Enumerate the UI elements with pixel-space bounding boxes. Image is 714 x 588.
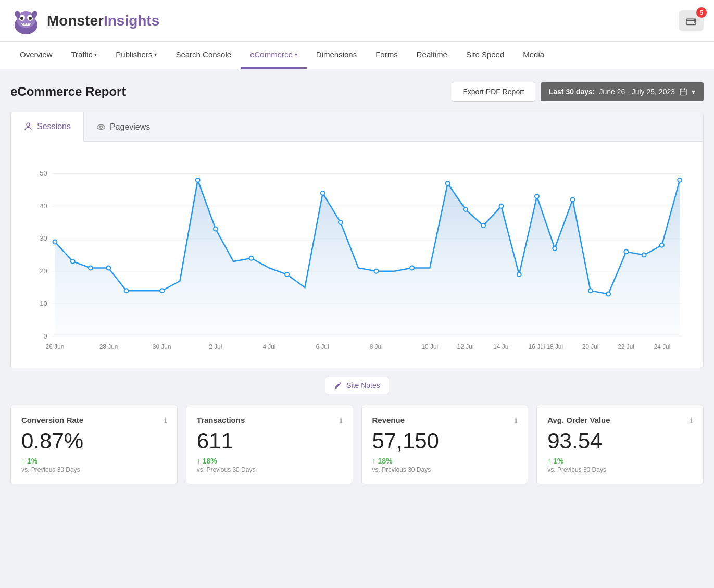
chart-card: Sessions Pageviews 50 [10, 112, 704, 368]
chart-point [374, 269, 379, 273]
nav-item-publishers[interactable]: Publishers ▾ [106, 42, 166, 69]
svg-text:20 Jul: 20 Jul [582, 343, 599, 351]
svg-text:16 Jul: 16 Jul [529, 343, 545, 351]
chart-point [71, 259, 75, 264]
conversion-rate-title: Conversion Rate [21, 416, 83, 424]
chart-area: 50 40 30 20 10 0 [11, 142, 703, 368]
nav-item-search-console[interactable]: Search Console [166, 42, 241, 69]
svg-text:26 Jun: 26 Jun [46, 343, 65, 351]
logo-mascot-icon [10, 5, 42, 36]
tab-sessions[interactable]: Sessions [11, 112, 84, 142]
nav-item-dimensions[interactable]: Dimensions [307, 42, 366, 69]
date-dropdown-chevron-icon: ▾ [692, 87, 695, 96]
transactions-value: 611 [197, 429, 342, 454]
page-title: eCommerce Report [10, 84, 126, 99]
svg-text:40: 40 [40, 202, 47, 210]
site-notes-row: Site Notes [10, 377, 704, 394]
notification-badge: 5 [696, 7, 707, 18]
header-right: 5 [679, 10, 704, 31]
svg-text:12 Jul: 12 Jul [457, 343, 474, 351]
avg-order-title: Avg. Order Value [547, 416, 610, 424]
stat-card-transactions-header: Transactions ℹ [197, 416, 342, 424]
svg-rect-6 [23, 23, 24, 26]
svg-point-18 [100, 126, 103, 128]
svg-text:10 Jul: 10 Jul [421, 343, 438, 351]
conversion-rate-value: 0.87% [21, 429, 167, 454]
site-notes-label: Site Notes [346, 381, 380, 390]
svg-text:28 Jun: 28 Jun [99, 343, 118, 351]
nav-item-forms[interactable]: Forms [366, 42, 407, 69]
revenue-compare: vs. Previous 30 Days [372, 466, 518, 473]
chart-point [53, 240, 57, 244]
chart-point [464, 207, 468, 211]
chart-point [517, 272, 521, 277]
nav-item-ecommerce[interactable]: eCommerce ▾ [241, 42, 307, 69]
chart-point [571, 197, 575, 202]
avg-order-value: 93.54 [547, 429, 693, 454]
stat-card-revenue-header: Revenue ℹ [372, 416, 518, 424]
svg-text:6 Jul: 6 Jul [316, 343, 329, 351]
conversion-rate-compare: vs. Previous 30 Days [21, 466, 167, 473]
main-content: eCommerce Report Export PDF Report Last … [0, 69, 714, 497]
svg-text:22 Jul: 22 Jul [618, 343, 634, 351]
revenue-change: ↑ 18% [372, 457, 518, 465]
chart-tabs: Sessions Pageviews [11, 112, 703, 142]
main-nav: Overview Traffic ▾ Publishers ▾ Search C… [0, 42, 714, 69]
chart-point [321, 191, 325, 195]
chart-point [249, 256, 254, 260]
logo-text: MonsterInsights [47, 12, 159, 29]
logo-monster: Monster [47, 12, 104, 29]
nav-item-media[interactable]: Media [513, 42, 554, 69]
chart-point [285, 272, 289, 277]
nav-item-realtime[interactable]: Realtime [407, 42, 457, 69]
export-pdf-button[interactable]: Export PDF Report [452, 82, 535, 102]
revenue-value: 57,150 [372, 429, 518, 454]
svg-text:30 Jun: 30 Jun [153, 343, 171, 351]
stat-card-conversion-rate: Conversion Rate ℹ 0.87% ↑ 1% vs. Previou… [10, 405, 178, 484]
chart-point [588, 289, 593, 293]
nav-item-site-speed[interactable]: Site Speed [457, 42, 513, 69]
chart-point [196, 178, 200, 182]
calendar-icon [679, 87, 687, 96]
avg-order-info-icon[interactable]: ℹ [690, 416, 693, 424]
transactions-info-icon[interactable]: ℹ [340, 416, 342, 424]
chart-point [410, 266, 414, 270]
avg-order-compare: vs. Previous 30 Days [547, 466, 693, 473]
chart-point [553, 246, 557, 251]
ecommerce-chevron-icon: ▾ [295, 52, 297, 57]
svg-rect-7 [26, 23, 27, 26]
chart-point [481, 223, 485, 228]
chart-point [499, 204, 503, 208]
sessions-chart: 50 40 30 20 10 0 [21, 152, 693, 360]
pencil-icon [334, 381, 342, 390]
stat-card-revenue: Revenue ℹ 57,150 ↑ 18% vs. Previous 30 D… [361, 405, 529, 484]
conversion-rate-info-icon[interactable]: ℹ [164, 416, 167, 424]
nav-item-traffic[interactable]: Traffic ▾ [62, 42, 107, 69]
chart-point [106, 266, 110, 270]
chart-fill-area [55, 180, 680, 336]
chart-point [214, 227, 218, 231]
stat-card-transactions: Transactions ℹ 611 ↑ 18% vs. Previous 30… [186, 405, 353, 484]
svg-text:20: 20 [40, 267, 47, 275]
revenue-info-icon[interactable]: ℹ [515, 416, 517, 424]
chart-point [89, 266, 93, 270]
chart-point [446, 181, 450, 185]
site-notes-button[interactable]: Site Notes [325, 377, 389, 394]
date-range-button[interactable]: Last 30 days: June 26 - July 25, 2023 ▾ [541, 82, 704, 101]
report-actions: Export PDF Report Last 30 days: June 26 … [452, 82, 704, 102]
stat-card-avg-order: Avg. Order Value ℹ 93.54 ↑ 1% vs. Previo… [536, 405, 704, 484]
chart-point [160, 289, 164, 293]
svg-rect-8 [28, 23, 30, 26]
chart-point [124, 289, 129, 293]
tab-pageviews[interactable]: Pageviews [84, 112, 703, 141]
svg-text:18 Jul: 18 Jul [546, 343, 563, 351]
chart-point [535, 194, 539, 198]
nav-item-overview[interactable]: Overview [10, 42, 62, 69]
eye-icon [96, 122, 106, 132]
avg-order-change: ↑ 1% [547, 457, 693, 465]
svg-point-4 [20, 17, 23, 20]
stat-card-avg-order-header: Avg. Order Value ℹ [547, 416, 693, 424]
chart-point [606, 292, 610, 296]
notification-button[interactable]: 5 [679, 10, 704, 31]
svg-text:2 Jul: 2 Jul [209, 343, 222, 351]
